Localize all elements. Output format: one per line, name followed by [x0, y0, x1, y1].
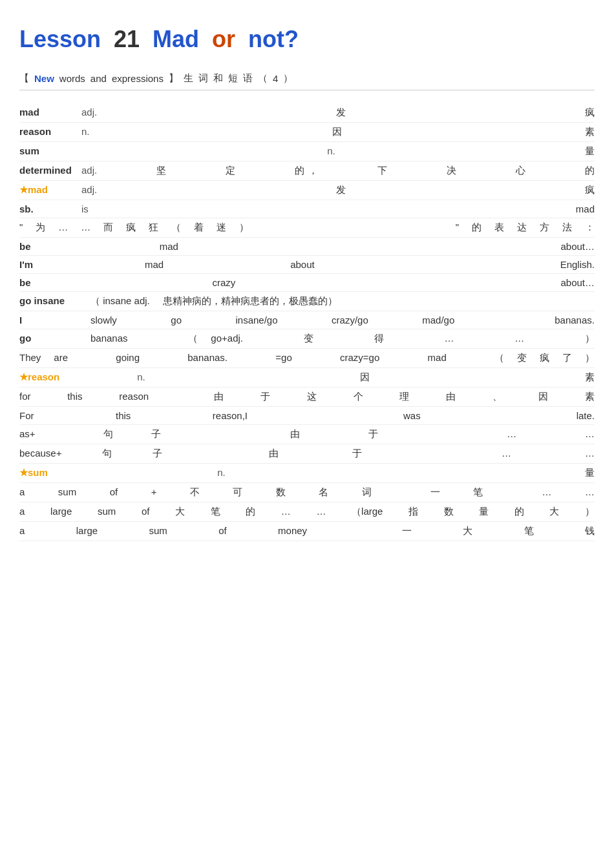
entry-for-this-reason: for this reason 由 于 这 个 理 由 、 因 素	[19, 388, 595, 407]
ch1: 生	[184, 72, 193, 85]
entry-im-mad: I'm mad about English.	[19, 256, 595, 274]
entry-go-insane: go insane （ insane adj. 患精神病的，精神病患者的，极愚蠢…	[19, 292, 595, 311]
entry-star-sum: ★sum n. 量	[19, 464, 595, 483]
bracket-close: 】	[169, 72, 178, 85]
entry-star-mad: ★mad adj. 发 疯	[19, 181, 595, 200]
paren-close: ）	[283, 72, 293, 85]
entry-because-plus: because+ 句 子 由 于 … …	[19, 444, 595, 464]
word-determined: determined	[19, 165, 78, 176]
entry-they-going: They are going bananas. =go crazy=go mad…	[19, 349, 595, 368]
paren-open: （	[258, 72, 268, 85]
entry-be-mad-about: be mad about…	[19, 238, 595, 256]
entry-go-bananas: go bananas （ go+adj. 变 得 … … ）	[19, 329, 595, 349]
word-sum: sum	[19, 145, 78, 156]
new-label: New	[34, 73, 54, 84]
entry-reason: reason n. 因 素	[19, 123, 595, 142]
entry-determined: determined adj. 坚 定 的 ， 下 决 心 的	[19, 161, 595, 181]
entry-a-large-sum-money: a large sum of money 一 大 笔 钱	[19, 522, 595, 541]
word-sb: sb.	[19, 203, 78, 214]
and-label: and	[90, 73, 107, 84]
entry-a-large-sum: a large sum of 大 笔 的 … … （large 指 数 量 的 …	[19, 502, 595, 522]
entry-for-this: For this reason,I was late.	[19, 407, 595, 425]
bracket-open: 【	[19, 72, 29, 85]
vocab-section: mad adj. 发 疯 reason n. 因 素 sum n. 量 dete…	[19, 103, 595, 541]
entry-quote-mad: " 为 … … 而 疯 狂 （ 着 迷 ） " 的 表 达 方 法 ：	[19, 218, 595, 238]
lesson-label: Lesson	[19, 26, 101, 53]
lesson-number: 21	[114, 26, 140, 53]
ch2: 词	[198, 72, 208, 85]
page-header: Lesson 21 Mad or not?	[19, 26, 595, 53]
lesson-title: Mad	[153, 26, 199, 53]
entry-sb: sb. is mad	[19, 200, 595, 218]
entry-star-reason: ★reason n. 因 素	[19, 368, 595, 388]
subtitle-num: 4	[273, 73, 278, 84]
subtitle-row: 【 New words and expressions 】 生 词 和 短 语 …	[19, 72, 595, 90]
not-label: not?	[248, 26, 299, 53]
word-star-mad: ★mad	[19, 184, 78, 196]
ch3: 和	[213, 72, 223, 85]
entry-mad: mad adj. 发 疯	[19, 103, 595, 123]
entry-sum: sum n. 量	[19, 142, 595, 161]
word-mad: mad	[19, 107, 78, 118]
entry-i-slowly: I slowly go insane/go crazy/go mad/go ba…	[19, 311, 595, 329]
word-star-reason: ★reason	[19, 371, 78, 383]
entry-a-sum-of: a sum of + 不 可 数 名 词 一 笔 … …	[19, 483, 595, 502]
or-label: or	[212, 26, 235, 53]
ch5: 语	[243, 72, 253, 85]
word-reason: reason	[19, 126, 78, 137]
word-star-sum: ★sum	[19, 467, 78, 479]
ch4: 短	[228, 72, 238, 85]
entry-be-crazy: be crazy about…	[19, 274, 595, 292]
expressions-label: expressions	[112, 73, 164, 84]
entry-as-plus: as+ 句 子 由 于 … …	[19, 425, 595, 444]
words-label: words	[59, 73, 85, 84]
